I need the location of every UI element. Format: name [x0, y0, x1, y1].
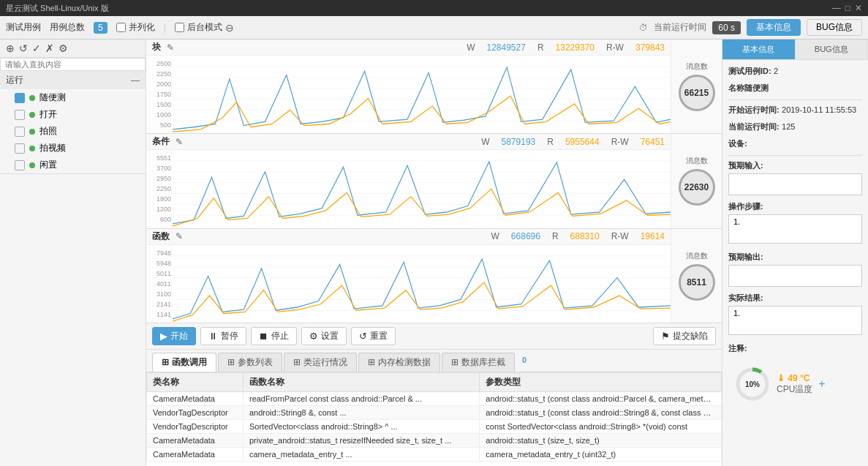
- table-row[interactable]: CameraMetadatacamera_metadata_entry_t ..…: [147, 447, 722, 461]
- data-table: 类名称 函数名称 参数类型 CameraMetadatareadFromParc…: [146, 372, 722, 462]
- table-cell-func: android::String8 &, const ...: [243, 405, 479, 419]
- actual-result-textarea[interactable]: 1.: [728, 306, 862, 335]
- table-row[interactable]: VendorTagDescriptorSortedVector<class an…: [147, 419, 722, 433]
- table-row[interactable]: CameraMetadataprivate_android::status_t …: [147, 433, 722, 447]
- bg-mode-input[interactable]: [175, 23, 184, 32]
- expected-output-field[interactable]: [728, 265, 862, 287]
- basic-info-btn[interactable]: 基本信息: [747, 19, 801, 36]
- serialize-checkbox[interactable]: 并列化: [116, 21, 155, 34]
- reset-icon: ↺: [359, 331, 367, 342]
- runtime-badge: 60 s: [712, 21, 741, 34]
- sidebar-search-input[interactable]: [0, 58, 146, 71]
- tab-params[interactable]: ⊞ 参数列表: [218, 353, 282, 372]
- edit-icon-2[interactable]: ✎: [176, 231, 183, 241]
- bg-mode-checkbox[interactable]: 后台模式 ⊖: [175, 21, 234, 34]
- field-current-time: 当前运行时间: 125: [728, 121, 862, 132]
- tab-memory-icon: ⊞: [368, 357, 375, 367]
- tab-class-run[interactable]: ⊞ 类运行情况: [284, 353, 357, 372]
- steps-textarea[interactable]: 1.: [728, 214, 862, 244]
- edit-icon-1[interactable]: ✎: [176, 137, 183, 147]
- minimize-btn[interactable]: —: [832, 3, 841, 13]
- submit-label: 提交缺陷: [673, 330, 708, 342]
- stat-rw-val-0: 379843: [635, 42, 665, 53]
- chart-circle-1: 22630: [679, 169, 715, 206]
- chart-right-2: 消息数 8511: [671, 229, 722, 323]
- table-cell-func: SortedVector<class android::String8> ^ .…: [243, 419, 479, 433]
- table-cell-func: camera_metadata_entry_t ...: [243, 447, 479, 461]
- sidebar-item-4[interactable]: 闲置: [0, 157, 146, 173]
- yaxis-0: 2500 2250 2000 1750 1500 1000 500: [146, 56, 173, 133]
- chart-circle-0: 66215: [679, 75, 715, 111]
- start-button[interactable]: ▶ 开始: [152, 327, 196, 345]
- stat-w-label-1: W: [481, 137, 489, 147]
- chart-right-0: 消息数 66215: [671, 40, 722, 133]
- maximize-btn[interactable]: □: [845, 3, 850, 13]
- stat-r-label-0: R: [537, 42, 544, 53]
- reset-button[interactable]: ↺ 重置: [351, 327, 396, 345]
- stop-button[interactable]: ⏹ 停止: [251, 327, 297, 345]
- actual-result-label: 实际结果:: [728, 293, 862, 304]
- top-toolbar: 测试用例 用例总数 5 并列化 | 后台模式 ⊖ ⏱ 当前运行时间 60 s 基…: [0, 16, 868, 40]
- check-icon-4[interactable]: [15, 160, 25, 170]
- runtime-label: 当前运行时间: [654, 21, 706, 34]
- field-test-id: 测试用例ID: 2: [728, 66, 862, 77]
- steps-label: 操作步骤:: [728, 201, 862, 212]
- start-time-label: 开始运行时间:: [728, 105, 780, 114]
- add-icon[interactable]: ⊕: [6, 42, 15, 54]
- stop-label: 停止: [271, 330, 289, 342]
- check-icon-0[interactable]: [15, 93, 25, 103]
- titlebar: 星云测试 Shell-Linux/Unix 版 — □ ✕: [0, 0, 868, 16]
- table-row[interactable]: CameraMetadatareadFromParcel const class…: [147, 391, 722, 405]
- tab-func-call[interactable]: ⊞ 函数调用: [152, 353, 216, 372]
- status-dot-3: [29, 146, 35, 151]
- stat-w-val-2: 668696: [511, 231, 540, 241]
- table-row[interactable]: VendorTagDescriptorandroid::String8 &, c…: [147, 405, 722, 419]
- table-cell-params: android::status_t (const class android::…: [480, 391, 722, 405]
- panel-tab-bug[interactable]: BUG信息: [796, 40, 869, 59]
- chart-header-1: 条件 ✎ W 5879193 R 5955644 R-W 76451: [146, 134, 671, 150]
- bug-info-btn[interactable]: BUG信息: [807, 19, 862, 36]
- submit-bug-button[interactable]: ⚑ 提交缺陷: [653, 327, 716, 345]
- tab-memory[interactable]: ⊞ 内存检测数据: [358, 353, 440, 372]
- th-params: 参数类型: [480, 372, 722, 391]
- sidebar-item-label-0: 随便测: [39, 91, 66, 104]
- sidebar-item-3[interactable]: 拍视频: [0, 140, 146, 157]
- device-label: 设备:: [728, 139, 747, 148]
- collapse-icon[interactable]: —: [131, 75, 140, 86]
- window-controls[interactable]: — □ ✕: [832, 3, 862, 13]
- chart-canvas-0: [173, 56, 671, 133]
- settings-button[interactable]: ⚙ 设置: [301, 327, 347, 345]
- sidebar-item-label-4: 闲置: [39, 159, 57, 171]
- tab-db[interactable]: ⊞ 数据库拦截: [442, 353, 515, 372]
- tabs: ⊞ 函数调用 ⊞ 参数列表 ⊞ 类运行情况 ⊞ 内存检测数据: [146, 350, 722, 372]
- panel-tab-basic[interactable]: 基本信息: [722, 40, 796, 59]
- yaxis-2: 7948 5948 5011 4011 3100 2141 1141: [146, 245, 173, 323]
- uncheck-all-icon[interactable]: ✗: [45, 42, 54, 54]
- close-btn[interactable]: ✕: [855, 3, 862, 13]
- sidebar-item-1[interactable]: 打开: [0, 106, 146, 123]
- settings-icon[interactable]: ⚙: [59, 42, 68, 54]
- sidebar-item-2[interactable]: 拍照: [0, 123, 146, 140]
- add-temp-icon[interactable]: +: [818, 377, 825, 391]
- field-device: 设备:: [728, 138, 862, 149]
- sidebar-item-0[interactable]: 随便测: [0, 89, 146, 106]
- serialize-input[interactable]: [116, 23, 126, 32]
- stat-rw-label-0: R-W: [606, 42, 624, 53]
- test-id-label: 测试用例ID:: [728, 67, 771, 75]
- refresh-icon[interactable]: ↺: [19, 42, 28, 54]
- chart-circle-2: 8511: [679, 264, 715, 301]
- check-all-icon[interactable]: ✓: [32, 42, 41, 54]
- check-icon-3[interactable]: [15, 143, 25, 154]
- chart-with-yaxis-0: 2500 2250 2000 1750 1500 1000 500: [146, 56, 671, 133]
- check-icon-2[interactable]: [15, 127, 25, 137]
- pause-button[interactable]: ⏸ 暂停: [200, 327, 246, 345]
- field-steps: 操作步骤: 1.: [728, 201, 862, 246]
- check-icon-1[interactable]: [15, 110, 25, 120]
- edit-icon-0[interactable]: ✎: [167, 42, 174, 53]
- cpu-temp-value: 🌡 49 °C: [777, 373, 812, 383]
- table-cell-class: VendorTagDescriptor: [147, 405, 244, 419]
- sidebar-item-label-3: 拍视频: [39, 142, 66, 154]
- chart-canvas-1: [173, 150, 671, 228]
- expected-input-field[interactable]: [728, 173, 862, 195]
- table-header: 类名称 函数名称 参数类型: [147, 372, 722, 391]
